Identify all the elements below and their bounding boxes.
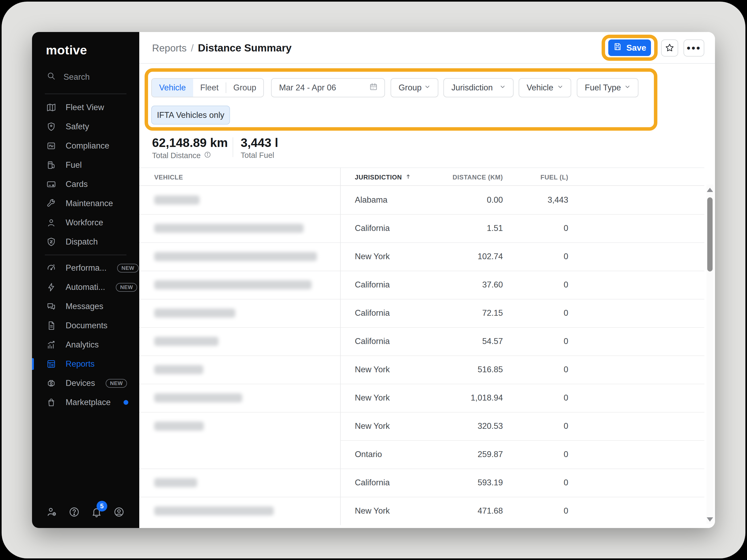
total-fuel-value: 3,443 l — [241, 135, 278, 150]
person-gear-button[interactable] — [46, 506, 58, 518]
table-row[interactable]: California72.150 — [139, 299, 704, 327]
row-divider — [340, 497, 704, 497]
marketplace-icon — [46, 397, 56, 408]
scrollbar-thumb[interactable] — [707, 197, 713, 271]
fuel-cell: 0 — [564, 384, 568, 412]
map-icon — [46, 102, 56, 113]
sidebar-item-reports[interactable]: Reports — [32, 354, 139, 374]
sidebar-item-documents[interactable]: Documents — [32, 316, 139, 335]
fuel-type-filter-dropdown[interactable]: Fuel Type — [577, 78, 638, 97]
help-button[interactable] — [68, 506, 81, 518]
breadcrumb-reports-link[interactable]: Reports — [152, 43, 187, 54]
new-badge: NEW — [116, 283, 137, 292]
calendar-icon — [369, 82, 378, 93]
column-header-jurisdiction[interactable]: JURISDICTION — [355, 168, 412, 186]
table-body: Alabama0.003,443California1.510New York1… — [139, 186, 704, 525]
save-button[interactable]: Save — [608, 39, 651, 56]
segment-fleet[interactable]: Fleet — [193, 79, 226, 97]
table-row[interactable]: New York1,018.940 — [139, 384, 704, 412]
table-row[interactable]: New York320.530 — [139, 412, 704, 440]
row-divider — [139, 384, 340, 384]
group-filter-dropdown[interactable]: Group — [391, 78, 438, 97]
shield-icon — [46, 121, 56, 132]
sidebar-item-maintenance[interactable]: Maintenance — [32, 194, 139, 213]
distance-cell: 0.00 — [487, 186, 503, 214]
table-row[interactable]: California54.570 — [139, 327, 704, 355]
table-scrollbar[interactable] — [706, 185, 713, 524]
vehicle-name-redacted — [154, 252, 317, 261]
new-badge: NEW — [106, 379, 127, 388]
jurisdiction-cell: Alabama — [355, 186, 387, 214]
vehicle-name-redacted — [154, 224, 304, 233]
row-divider — [139, 469, 340, 469]
vehicle-name-redacted — [154, 309, 235, 318]
sidebar-item-compliance[interactable]: Compliance — [32, 136, 139, 156]
sidebar-item-performa[interactable]: Performa...NEW — [32, 259, 139, 277]
favorite-button[interactable] — [661, 39, 678, 56]
table-row[interactable]: New York102.740 — [139, 242, 704, 271]
avatar-icon — [113, 514, 125, 519]
segment-group[interactable]: Group — [226, 79, 263, 97]
row-divider — [340, 440, 704, 441]
scrollbar-down-arrow[interactable] — [707, 517, 713, 522]
help-icon — [68, 514, 80, 519]
vehicle-name-redacted — [154, 422, 204, 431]
row-divider — [139, 355, 340, 356]
sidebar-item-automati[interactable]: Automati...NEW — [32, 277, 139, 297]
bolt-icon — [46, 282, 56, 293]
row-divider — [340, 271, 704, 271]
sidebar-item-cards[interactable]: Cards — [32, 175, 139, 194]
segment-vehicle[interactable]: Vehicle — [152, 79, 193, 97]
vehicle-filter-dropdown[interactable]: Vehicle — [519, 78, 571, 97]
scrollbar-up-arrow[interactable] — [707, 188, 713, 192]
date-range-field[interactable]: Mar 24 - Apr 06 — [271, 78, 385, 97]
table-row[interactable]: New York516.850 — [139, 355, 704, 384]
total-distance-value: 62,148.89 km — [152, 135, 228, 150]
distance-cell: 320.53 — [478, 412, 503, 440]
avatar-button[interactable] — [113, 506, 125, 518]
sidebar-item-workforce[interactable]: Workforce — [32, 213, 139, 232]
fuel-cell: 0 — [564, 469, 568, 497]
row-divider — [340, 242, 704, 243]
distance-cell: 54.57 — [482, 327, 503, 355]
table-row[interactable]: California37.600 — [139, 271, 704, 299]
dispatch-icon — [46, 237, 56, 247]
row-divider — [139, 299, 340, 299]
info-icon[interactable] — [204, 151, 211, 160]
table-row[interactable]: California1.510 — [139, 214, 704, 242]
jurisdiction-cell: New York — [355, 242, 390, 271]
sidebar-item-safety[interactable]: Safety — [32, 117, 139, 136]
table-column-divider — [340, 167, 341, 525]
row-divider — [340, 214, 704, 215]
header-divider — [139, 63, 715, 64]
table-row[interactable]: California593.190 — [139, 469, 704, 497]
column-header-fuel[interactable]: FUEL (L) — [541, 168, 568, 186]
notification-count-badge: 5 — [97, 501, 107, 511]
sidebar-item-fuel[interactable]: Fuel — [32, 156, 139, 175]
table-row[interactable]: New York471.680 — [139, 497, 704, 525]
sidebar-item-marketplace[interactable]: Marketplace — [32, 393, 139, 412]
table-row[interactable]: Alabama0.003,443 — [139, 186, 704, 214]
jurisdiction-cell: California — [355, 469, 390, 497]
dropdown-label: Vehicle — [526, 83, 553, 92]
sidebar-item-devices[interactable]: DevicesNEW — [32, 374, 139, 393]
sidebar-item-dispatch[interactable]: Dispatch — [32, 232, 139, 251]
sidebar-item-fleet-view[interactable]: Fleet View — [32, 98, 139, 117]
more-options-button[interactable]: ••• — [684, 39, 704, 56]
table-row[interactable]: Ontario259.870 — [139, 440, 704, 469]
jurisdiction-filter-dropdown[interactable]: Jurisdiction — [443, 78, 514, 97]
breadcrumb-separator: / — [191, 43, 194, 54]
bell-button[interactable]: 5 — [91, 506, 103, 518]
sort-ascending-icon — [405, 173, 412, 182]
sidebar-item-messages[interactable]: Messages — [32, 297, 139, 316]
gauge-icon — [46, 263, 56, 273]
distance-cell: 471.68 — [478, 497, 503, 525]
row-divider — [139, 327, 340, 328]
row-divider — [340, 355, 704, 356]
sidebar-item-analytics[interactable]: Analytics — [32, 335, 139, 354]
column-header-distance[interactable]: DISTANCE (KM) — [453, 168, 503, 186]
sidebar-search[interactable]: Search — [46, 71, 139, 83]
motive-logo: motive — [46, 43, 139, 57]
column-header-vehicle[interactable]: VEHICLE — [154, 168, 183, 186]
ifta-vehicles-only-chip[interactable]: IFTA Vehicles only — [151, 106, 230, 125]
